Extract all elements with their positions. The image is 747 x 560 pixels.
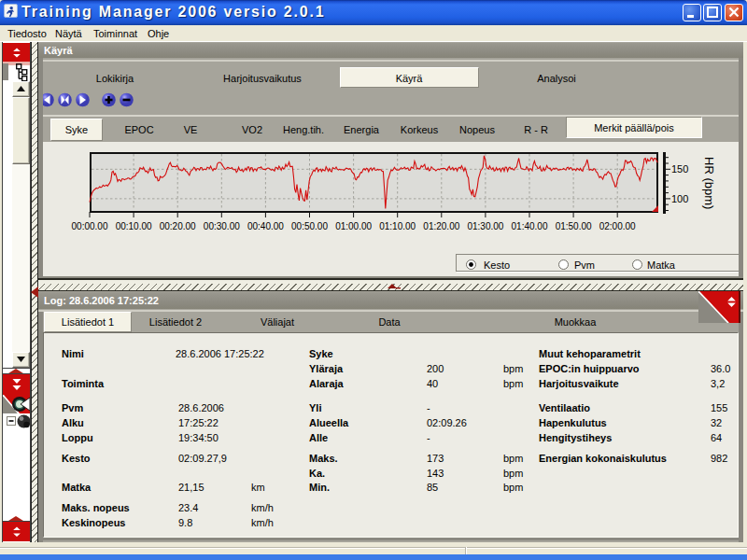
svg-text:150: 150	[671, 163, 688, 175]
svg-text:HR (bpm): HR (bpm)	[702, 157, 716, 209]
svg-text:100: 100	[671, 193, 688, 204]
